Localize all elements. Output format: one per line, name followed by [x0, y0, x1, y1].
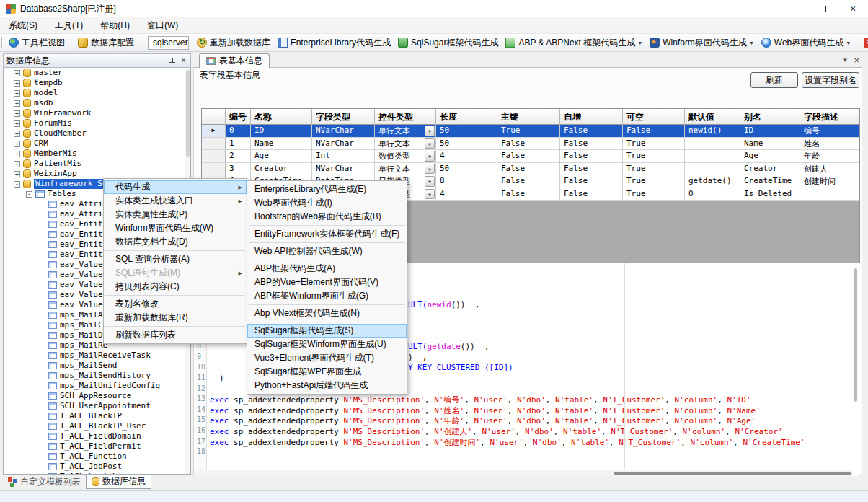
grid-cell[interactable]: 50 [436, 163, 497, 176]
table-row[interactable]: ▶0IDNVarChar单行文本▼50TrueFalseFalsenewid()… [202, 125, 859, 138]
expand-icon[interactable]: + [14, 131, 20, 137]
submenu-item-Abp VNext框架代码生成(N)[interactable]: Abp VNext框架代码生成(N) [247, 307, 407, 320]
editor-vscrollbar[interactable] [854, 267, 859, 466]
grid-column-header-默认值[interactable]: 默认值 [685, 109, 740, 125]
expand-icon[interactable]: + [14, 161, 20, 167]
expand-icon[interactable]: + [14, 100, 20, 107]
row-selector[interactable] [202, 163, 226, 176]
submenu-item-Web API控制器代码生成(W)[interactable]: Web API控制器代码生成(W) [247, 245, 407, 258]
grid-cell[interactable]: 创建时间 [800, 175, 859, 188]
submenu-item-EntityFramework实体框架代码生成(F)[interactable]: EntityFramework实体框架代码生成(F) [247, 227, 407, 241]
grid-cell[interactable]: 单行文本▼ [375, 163, 436, 176]
grid-cell[interactable]: Age [740, 150, 800, 163]
refresh-button[interactable]: 刷新 [750, 72, 798, 88]
toolbar-button-Winform界面代码生成[interactable]: Winform界面代码生成▼ [647, 35, 757, 50]
context-menu-item-实体类生成快速入口[interactable]: 实体类生成快速入口▶ [104, 194, 247, 208]
dropdown-button[interactable]: ▼ [425, 126, 435, 136]
tree-item-mps_MailReceiveTask[interactable]: mps_MailReceiveTask [4, 351, 190, 361]
tree-item-CRM[interactable]: +CRM [4, 138, 190, 149]
submenu-item-SqlSugar框架Winform界面生成(U)[interactable]: SqlSugar框架Winform界面生成(U) [247, 338, 407, 351]
grid-cell[interactable]: False [497, 188, 560, 201]
toolbar-grip[interactable] [1, 37, 3, 48]
tree-item-T_ACL_BlackIP_User[interactable]: T_ACL_BlackIP_User [4, 421, 190, 431]
grid-cell[interactable]: 3 [226, 163, 251, 176]
submenu-item-Web界面代码生成(I)[interactable]: Web界面代码生成(I) [247, 196, 407, 210]
grid-cell[interactable]: True [497, 125, 560, 138]
database-type-combo[interactable]: sqlserver [148, 36, 189, 50]
tree-item-mps_MailUnifiedConfig[interactable]: mps_MailUnifiedConfig [4, 381, 190, 391]
expand-icon[interactable]: + [14, 141, 20, 147]
grid-cell[interactable]: 单行文本▼ [375, 138, 436, 151]
tree-item-ForumMis[interactable]: +ForumMis [4, 118, 190, 128]
toolbar-button-Web界面代码生成[interactable]: Web界面代码生成▼ [758, 35, 854, 50]
grid-cell[interactable]: 4 [436, 150, 497, 163]
grid-cell[interactable]: CreateTime [740, 175, 800, 188]
submenu-item-ABP框架Winform界面生成(G)[interactable]: ABP框架Winform界面生成(G) [247, 289, 407, 303]
submenu-item-SqlSugar框架WPF界面生成[interactable]: SqlSugar框架WPF界面生成 [247, 365, 407, 379]
toolbar-button-数据库配置[interactable]: 数据库配置 [75, 35, 137, 50]
grid-cell[interactable]: NVarChar [312, 138, 375, 151]
grid-cell[interactable] [800, 188, 859, 201]
menubar-item-系统(S)[interactable]: 系统(S) [0, 17, 46, 33]
grid-cell[interactable]: True [623, 150, 685, 163]
grid-cell[interactable]: ID [740, 125, 800, 138]
grid-column-header-自增[interactable]: 自增 [560, 109, 623, 125]
expand-icon[interactable]: + [14, 110, 20, 117]
table-row[interactable]: 1NameNVarChar单行文本▼50FalseFalseTrueName姓名 [202, 138, 859, 151]
tree-item-T_ACL_JobPost[interactable]: T_ACL_JobPost [4, 462, 190, 472]
grid-cell[interactable]: 8 [436, 175, 497, 188]
grid-cell[interactable]: False [497, 138, 560, 151]
grid-column-header-字段描述[interactable]: 字段描述 [800, 109, 859, 125]
grid-cell[interactable]: NVarChar [312, 163, 375, 176]
tab-list-dropdown-icon[interactable]: ▼ [842, 56, 848, 65]
submenu-item-ABP框架代码生成(A)[interactable]: ABP框架代码生成(A) [247, 262, 407, 276]
grid-cell[interactable]: 50 [436, 138, 497, 151]
grid-column-header-名称[interactable]: 名称 [251, 109, 312, 125]
context-menu-item-SQL语句生成(M)[interactable]: SQL语句生成(M)▶ [104, 266, 247, 280]
editor-hscrollbar[interactable] [195, 470, 853, 476]
grid-cell[interactable]: False [560, 138, 623, 151]
row-selector[interactable]: ▶ [202, 125, 226, 138]
expand-icon[interactable]: + [14, 70, 20, 76]
tab-close-icon[interactable]: × [854, 56, 859, 65]
close-button[interactable]: × [838, 0, 868, 17]
collapse-icon[interactable]: - [26, 191, 32, 198]
grid-column-header-别名[interactable]: 别名 [740, 109, 800, 125]
grid-column-header-可空[interactable]: 可空 [623, 109, 685, 125]
grid-column-header-字段类型[interactable]: 字段类型 [312, 109, 375, 125]
grid-cell[interactable]: False [497, 163, 560, 176]
grid-cell[interactable] [685, 150, 740, 163]
expand-icon[interactable]: + [14, 80, 20, 87]
grid-cell[interactable]: False [560, 163, 623, 176]
grid-cell[interactable]: False [560, 175, 623, 188]
grid-cell[interactable] [685, 163, 740, 176]
tree-item-tempdb[interactable]: +tempdb [4, 78, 190, 88]
submenu-item-Bootstrap的Web界面代码生成(B)[interactable]: Bootstrap的Web界面代码生成(B) [247, 210, 407, 224]
grid-cell[interactable]: 50 [436, 125, 497, 138]
grid-cell[interactable]: getdate() [685, 175, 740, 188]
grid-cell[interactable]: ID [251, 125, 312, 138]
submenu-item-EnterpriseLibrary代码生成(E)[interactable]: EnterpriseLibrary代码生成(E) [247, 182, 407, 196]
dropdown-button[interactable]: ▼ [425, 189, 435, 200]
submenu-item-ABP的Vue+Element界面代码(V)[interactable]: ABP的Vue+Element界面代码(V) [247, 276, 407, 289]
expand-icon[interactable]: + [14, 151, 20, 157]
maximize-button[interactable] [807, 0, 838, 17]
dropdown-button[interactable]: ▼ [425, 151, 435, 162]
expand-icon[interactable]: + [14, 171, 20, 177]
grid-cell[interactable]: Creator [740, 163, 800, 176]
tree-item-SCH_UserAppointment[interactable]: SCH_UserAppointment [4, 401, 190, 411]
grid-cell[interactable]: 0 [685, 188, 740, 201]
grid-column-header-selector[interactable] [202, 109, 226, 125]
grid-cell[interactable]: False [497, 175, 560, 188]
pin-icon[interactable] [168, 56, 177, 65]
set-alias-button[interactable]: 设置字段别名 [802, 72, 859, 88]
grid-cell[interactable]: 姓名 [800, 138, 859, 151]
grid-cell[interactable]: True [623, 175, 685, 188]
tree-item-T_ACL_Function[interactable]: T_ACL_Function [4, 452, 190, 462]
tree-item-master[interactable]: +master [4, 68, 190, 78]
grid-cell[interactable]: 数值类型▼ [375, 150, 436, 163]
bottom-tab-数据库信息[interactable]: 数据库信息 [86, 475, 151, 489]
submenu-item-SqlSugar框架代码生成(S)[interactable]: SqlSugar框架代码生成(S) [247, 324, 407, 338]
toolbar-button-工具栏视图[interactable]: 工具栏视图 [6, 35, 68, 50]
editor-vscrollbar-thumb[interactable] [854, 268, 857, 402]
